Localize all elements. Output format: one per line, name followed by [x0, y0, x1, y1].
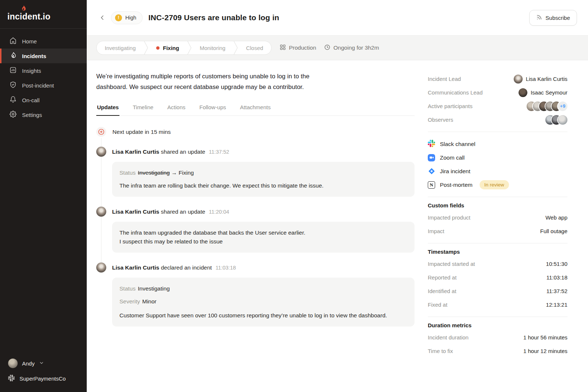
incident-details-panel: Incident Lead Lisa Karlin Curtis Communi…: [428, 71, 567, 392]
stage-investigating[interactable]: Investigating: [97, 41, 144, 54]
timestamp-label: Reported at: [428, 274, 456, 281]
bell-icon: [10, 96, 17, 104]
flame-logo-icon: [20, 5, 26, 13]
entry-action: shared an update: [161, 149, 205, 155]
tab-actions[interactable]: Actions: [166, 104, 186, 115]
update-entry: Lisa Karlin Curtis declared an incident1…: [96, 263, 415, 327]
role-row-communications-lead: Communications Lead Isaac Seymour: [428, 86, 567, 99]
sidebar-item-on-call[interactable]: On-call: [0, 93, 87, 107]
link-label: Post-mortem: [440, 182, 473, 188]
duration-value: 1 hour 12 minutes: [523, 348, 567, 354]
avatar[interactable]: [96, 147, 106, 157]
role-row-incident-lead: Incident Lead Lisa Karlin Curtis: [428, 72, 567, 86]
field-label: Impact: [428, 228, 444, 234]
timestamp-row: Identified at 11:37:52: [428, 284, 567, 298]
back-button[interactable]: [97, 13, 107, 23]
status-pipeline: Investigating Fixing Monitoring Closed: [96, 41, 272, 55]
jira-icon: [428, 168, 435, 175]
timestamp-row: Fixed at 12:13:21: [428, 298, 567, 311]
page-title: INC-2709 Users are unable to log in: [148, 13, 279, 22]
role-value[interactable]: Isaac Seymour: [519, 88, 567, 97]
role-value[interactable]: Lisa Karlin Curtis: [514, 75, 567, 83]
plus-circle-icon[interactable]: [96, 127, 106, 137]
user-avatar: [8, 359, 18, 368]
zoom-icon: [428, 154, 435, 161]
update-card: StatusInvestigating SeverityMinor Custom…: [112, 278, 415, 327]
jira-incident-link[interactable]: Jira incident: [428, 164, 567, 178]
chevron-down-icon: [39, 360, 44, 367]
link-label: Jira incident: [440, 168, 470, 175]
participants-avatar-stack[interactable]: +9: [527, 101, 567, 111]
gear-icon: [10, 111, 17, 119]
slack-icon: [428, 140, 435, 149]
stage-separator: [233, 41, 238, 54]
post-mortem-link[interactable]: Post-mortem In review: [428, 178, 567, 192]
avatar: [514, 75, 523, 83]
entry-action: declared an incident: [161, 264, 212, 271]
divider: [428, 243, 567, 243]
update-entry: Lisa Karlin Curtis shared an update11:20…: [96, 207, 415, 253]
tab-bar: Updates Timeline Actions Follow-ups Atta…: [96, 104, 415, 116]
sidebar-item-home[interactable]: Home: [0, 34, 87, 49]
timestamp-value: 11:37:52: [546, 288, 567, 294]
avatar[interactable]: [96, 263, 106, 272]
incident-summary: We’re investigating multiple reports of …: [96, 71, 337, 92]
divider: [428, 317, 567, 317]
author-name: Lisa Karlin Curtis: [112, 264, 159, 271]
role-label: Active participants: [428, 103, 473, 109]
user-menu[interactable]: Andy: [8, 359, 79, 368]
status-strip: Investigating Fixing Monitoring Closed P…: [87, 35, 588, 60]
subscribe-label: Subscribe: [545, 15, 570, 21]
shield-check-icon: [10, 81, 17, 89]
org-switcher[interactable]: SuperPaymentsCo: [8, 375, 79, 382]
status-from: Investigating: [138, 170, 170, 176]
sidebar-nav: Home Incidents Insights Post-incident On…: [0, 29, 87, 122]
sidebar-item-label: Insights: [22, 68, 41, 74]
tab-updates[interactable]: Updates: [96, 104, 119, 116]
stage-label: Monitoring: [200, 45, 225, 51]
tab-timeline[interactable]: Timeline: [132, 104, 154, 115]
updates-feed: Next update in 15 mins Lisa Karlin Curti…: [96, 127, 415, 327]
tab-follow-ups[interactable]: Follow-ups: [199, 104, 227, 115]
sidebar-item-settings[interactable]: Settings: [0, 107, 87, 122]
tab-attachments[interactable]: Attachments: [239, 104, 271, 115]
stage-label: Closed: [246, 45, 263, 51]
stage-monitoring[interactable]: Monitoring: [191, 41, 233, 54]
sidebar-item-insights[interactable]: Insights: [0, 63, 87, 78]
timestamp-label: Fixed at: [428, 302, 447, 308]
sidebar: incident.io Home Incidents Insights Post…: [0, 0, 87, 392]
zoom-call-link[interactable]: Zoom call: [428, 151, 567, 164]
app-logo[interactable]: incident.io: [0, 0, 87, 29]
timestamp-value: 10:51:30: [546, 261, 567, 267]
timestamp-value: 12:13:21: [546, 302, 567, 308]
severity-badge[interactable]: ! High: [111, 11, 143, 24]
custom-field-row: Impact Full outage: [428, 224, 567, 238]
role-label: Incident Lead: [428, 76, 461, 82]
stage-fixing[interactable]: Fixing: [148, 41, 187, 54]
field-value: Web app: [545, 214, 567, 221]
stage-closed[interactable]: Closed: [238, 41, 271, 54]
next-update-label: Next update in 15 mins: [112, 129, 171, 135]
avatar[interactable]: [96, 207, 106, 217]
ongoing-label: Ongoing for 3h2m: [333, 44, 379, 51]
update-body-line: I suspect this may be related to the iss…: [119, 237, 407, 246]
user-name: Andy: [22, 360, 35, 367]
sidebar-item-incidents[interactable]: Incidents: [0, 49, 87, 63]
entry-action: shared an update: [161, 209, 205, 215]
flame-icon: [10, 52, 17, 60]
subscribe-button[interactable]: Subscribe: [529, 10, 577, 26]
sidebar-item-post-incident[interactable]: Post-incident: [0, 78, 87, 93]
observers-avatar-stack[interactable]: [545, 115, 567, 125]
slack-channel-link[interactable]: Slack channel: [428, 137, 567, 151]
author-name: Lisa Karlin Curtis: [112, 149, 159, 155]
divider: [428, 197, 567, 197]
environment-label: Production: [289, 44, 316, 51]
stage-separator: [144, 41, 148, 54]
role-person: Lisa Karlin Curtis: [526, 76, 567, 82]
next-update-row: Next update in 15 mins: [96, 127, 415, 137]
duration-row: Time to fix 1 hour 12 minutes: [428, 344, 567, 358]
role-person: Isaac Seymour: [531, 89, 567, 96]
role-row-active-participants: Active participants +9: [428, 99, 567, 113]
author-name: Lisa Karlin Curtis: [112, 209, 159, 215]
participants-overflow-count[interactable]: +9: [558, 101, 567, 111]
